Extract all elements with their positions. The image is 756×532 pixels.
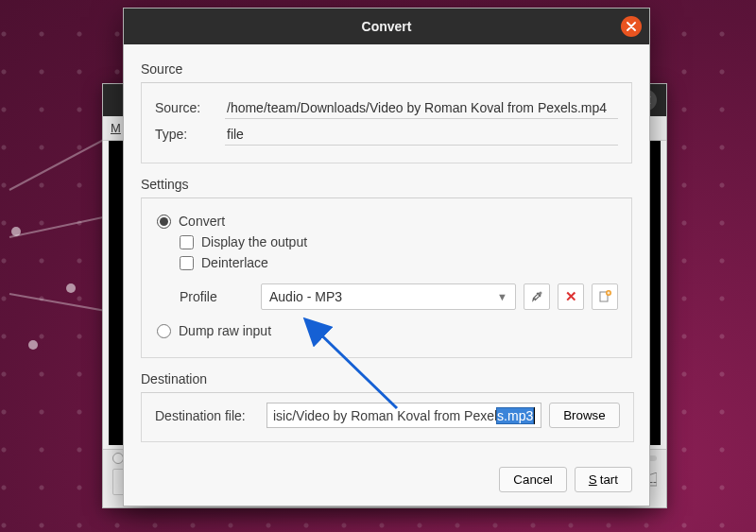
source-group: Source: /home/team/Downloads/Video by Ro… <box>141 82 632 163</box>
profile-combobox[interactable]: Audio - MP3 ▼ <box>261 283 516 310</box>
destination-file-input[interactable]: isic/Video by Roman Koval from Pexels.mp… <box>266 403 541 428</box>
delete-profile-button[interactable]: ✕ <box>558 283 584 310</box>
deinterlace-checkbox[interactable]: Deinterlace <box>180 255 618 270</box>
svg-point-4 <box>540 292 542 295</box>
source-section-label: Source <box>141 61 632 77</box>
dump-raw-label: Dump raw input <box>179 323 271 338</box>
destination-section-label: Destination <box>141 371 632 386</box>
destination-file-value-prefix: isic/Video by Roman Koval from Pexel <box>273 408 497 423</box>
browse-button[interactable]: Browse <box>549 403 619 428</box>
start-button[interactable]: Start <box>575 467 632 492</box>
source-value: /home/team/Downloads/Video by Roman Kova… <box>225 96 618 119</box>
convert-radio[interactable]: Convert <box>157 214 618 229</box>
destination-file-value-selection: s.mp3 <box>497 408 533 423</box>
type-label: Type: <box>155 127 214 142</box>
dialog-titlebar: Convert <box>124 9 649 44</box>
deinterlace-label: Deinterlace <box>201 255 268 270</box>
dump-raw-radio[interactable]: Dump raw input <box>157 323 618 338</box>
convert-radio-label: Convert <box>179 214 225 229</box>
close-icon[interactable] <box>621 16 642 37</box>
cancel-button[interactable]: Cancel <box>499 467 567 492</box>
vlc-menu-item[interactable]: M <box>111 121 121 135</box>
new-profile-button[interactable] <box>592 283 618 310</box>
display-output-label: Display the output <box>201 234 307 249</box>
display-output-checkbox[interactable]: Display the output <box>180 234 618 249</box>
edit-profile-button[interactable] <box>524 283 550 310</box>
type-value: file <box>225 123 618 146</box>
text-caret <box>534 407 535 424</box>
settings-section-label: Settings <box>141 177 632 192</box>
dialog-title: Convert <box>362 19 412 34</box>
source-label: Source: <box>155 100 214 115</box>
profile-selected-value: Audio - MP3 <box>269 289 342 304</box>
settings-group: Convert Display the output Deinterlace P… <box>141 197 632 358</box>
destination-group: Destination file: isic/Video by Roman Ko… <box>141 392 634 442</box>
chevron-down-icon: ▼ <box>497 291 507 302</box>
profile-label: Profile <box>180 289 253 304</box>
destination-file-label: Destination file: <box>155 408 259 423</box>
convert-dialog: Convert Source Source: /home/team/Downlo… <box>123 8 650 506</box>
